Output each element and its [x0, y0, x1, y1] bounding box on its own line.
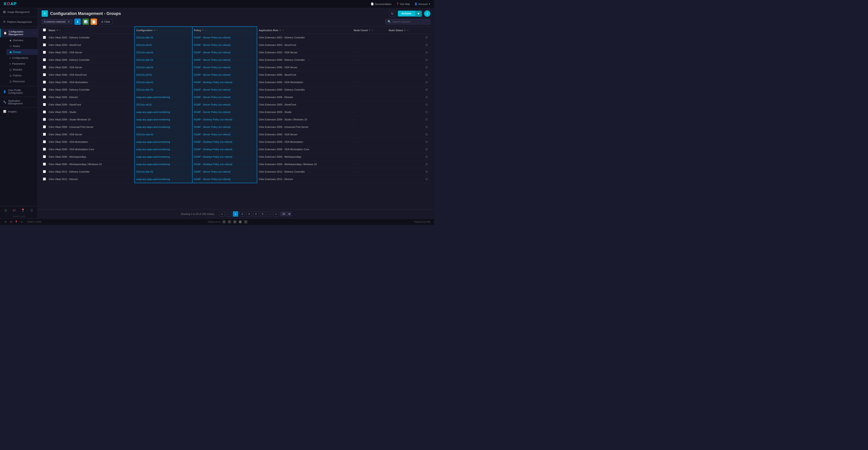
page-3-button[interactable]: 3	[246, 211, 252, 217]
page-first-button[interactable]: «	[219, 211, 225, 217]
config-link-2[interactable]: 2012ctx-vda-01	[136, 51, 153, 54]
actions-button[interactable]: Actions	[398, 11, 415, 17]
policy-link-13[interactable]: XOAP - Server Policy (no reboot)	[194, 133, 230, 136]
row-gear-button-13[interactable]: ⚙	[424, 132, 429, 137]
row-checkbox-9[interactable]	[43, 103, 46, 106]
row-checkbox-4[interactable]	[43, 66, 46, 69]
search-input[interactable]	[393, 20, 424, 23]
sort-name-icon[interactable]: ⇅	[56, 29, 58, 31]
filter-nodestatus-icon[interactable]: ▼	[407, 29, 409, 31]
filter-approle-icon[interactable]: ▼	[282, 29, 284, 31]
account-link[interactable]: 👤 Account ▼	[414, 2, 430, 5]
policy-link-1[interactable]: XOAP - Server Policy (no reboot)	[194, 43, 230, 46]
clear-button[interactable]: ⊘ Clear	[99, 19, 113, 24]
map-footer-icon[interactable]: 📍	[14, 220, 18, 224]
policy-link-10[interactable]: XOAP - Server Policy (no reboot)	[194, 111, 230, 114]
page-4-button[interactable]: 4	[253, 211, 258, 217]
page-prev-button[interactable]: ‹	[226, 211, 231, 217]
sidebar-item-resources[interactable]: ◫ Resources	[6, 78, 38, 84]
row-checkbox-15[interactable]	[43, 148, 46, 151]
row-gear-button-7[interactable]: ⚙	[424, 88, 429, 92]
config-link-19[interactable]: xoap-any-apps-and-monitoring	[136, 178, 170, 181]
config-link-16[interactable]: xoap-any-apps-and-monitoring	[136, 155, 170, 158]
per-page-select[interactable]: 20 50 100	[280, 212, 291, 216]
export-excel-button[interactable]: 📊	[83, 19, 89, 25]
facebook-icon[interactable]: f	[222, 220, 226, 224]
row-checkbox-3[interactable]	[43, 58, 46, 61]
documentation-link[interactable]: 📄 Documentation	[371, 2, 392, 5]
actions-chevron-button[interactable]: ▼	[415, 11, 422, 17]
select-all-checkbox[interactable]	[43, 29, 46, 31]
sidebar-item-configuration-management[interactable]: 📋 Configuration Management ∨	[0, 29, 38, 37]
row-gear-button-12[interactable]: ⚙	[424, 125, 429, 129]
policy-link-11[interactable]: XOAP - Desktop Policy (no reboot)	[194, 118, 232, 121]
row-gear-button-1[interactable]: ⚙	[424, 43, 429, 47]
config-link-0[interactable]: 2012ctx-ddc-01	[136, 36, 153, 39]
page-1-button[interactable]: 1	[233, 211, 238, 217]
tag-footer-icon[interactable]: 🏷	[9, 220, 13, 224]
sort-nodestatus-icon[interactable]: ⇅	[404, 29, 406, 31]
row-gear-button-10[interactable]: ⚙	[424, 110, 429, 114]
row-gear-button-15[interactable]: ⚙	[424, 147, 429, 152]
row-checkbox-8[interactable]	[43, 96, 46, 98]
sidebar-item-parameters[interactable]: ≡ Parameters	[6, 61, 38, 67]
linkedin-icon[interactable]: in	[233, 220, 237, 224]
row-gear-button-3[interactable]: ⚙	[424, 58, 429, 62]
map-icon[interactable]: 📍	[21, 208, 25, 212]
row-gear-button-16[interactable]: ⚙	[424, 155, 429, 159]
config-link-13[interactable]: 2012ctx-vda-01	[136, 133, 153, 136]
row-checkbox-13[interactable]	[43, 133, 46, 136]
row-checkbox-6[interactable]	[43, 81, 46, 84]
list-footer-icon[interactable]: ☰	[20, 220, 24, 224]
sidebar-item-image-management[interactable]: 🖼 Image Management ›	[0, 9, 38, 15]
policy-link-6[interactable]: XOAP - Desktop Policy (no reboot)	[194, 81, 232, 84]
row-checkbox-12[interactable]	[43, 125, 46, 128]
config-link-15[interactable]: xoap-any-apps-and-monitoring	[136, 148, 170, 151]
sidebar-item-overview[interactable]: ◉ Overview	[6, 37, 38, 43]
sort-config-icon[interactable]: ⇅	[153, 29, 155, 31]
row-gear-button-6[interactable]: ⚙	[424, 80, 429, 85]
sidebar-item-modules[interactable]: ◫ Modules	[6, 67, 38, 72]
policy-link-8[interactable]: XOAP - Server Policy (no reboot)	[194, 96, 230, 98]
sidebar-item-insights[interactable]: 📊 Insights ›	[0, 108, 38, 115]
policy-link-19[interactable]: XOAP - Server Policy (no reboot)	[194, 178, 230, 181]
config-link-3[interactable]: 2012ctx-ddc-01	[136, 59, 153, 61]
config-link-1[interactable]: 2012ctx-stf-01	[136, 43, 152, 46]
github-icon[interactable]: ⌂	[244, 220, 248, 224]
export-pdf-button[interactable]: 📄	[91, 19, 97, 25]
policy-link-7[interactable]: XOAP - Server Policy (no reboot)	[194, 88, 230, 91]
config-link-10[interactable]: xoap-any-apps-and-monitoring	[136, 111, 170, 114]
filter-nodecount-icon[interactable]: ▼	[371, 29, 373, 31]
config-link-4[interactable]: 2012ctx-vda-01	[136, 66, 153, 69]
policy-link-3[interactable]: XOAP - Server Policy (no reboot)	[194, 59, 230, 61]
row-checkbox-16[interactable]	[43, 155, 46, 158]
row-gear-button-19[interactable]: ⚙	[424, 177, 429, 182]
row-gear-button-4[interactable]: ⚙	[424, 65, 429, 70]
row-gear-button-17[interactable]: ⚙	[424, 162, 429, 166]
tag-icon[interactable]: 🏷	[13, 208, 16, 212]
policy-link-0[interactable]: XOAP - Server Policy (no reboot)	[194, 36, 230, 39]
page-last-button[interactable]: »	[274, 211, 279, 217]
filter-config-icon[interactable]: ▼	[156, 29, 158, 31]
config-link-14[interactable]: xoap-any-apps-and-monitoring	[136, 140, 170, 143]
user-avatar[interactable]: i	[424, 10, 430, 17]
sidebar-item-nodes[interactable]: ⬡ Nodes	[6, 43, 38, 49]
row-gear-button-11[interactable]: ⚙	[424, 117, 429, 122]
policy-link-5[interactable]: XOAP - Server Policy (no reboot)	[194, 73, 230, 76]
policy-link-18[interactable]: XOAP - Server Policy (no reboot)	[194, 170, 230, 173]
config-link-9[interactable]: 2012ctx-stf-01	[136, 103, 152, 106]
grid-footer-icon[interactable]: ⊞	[4, 220, 7, 224]
youtube-icon[interactable]: ▶	[239, 220, 242, 224]
page-2-button[interactable]: 2	[240, 211, 245, 217]
row-gear-button-8[interactable]: ⚙	[424, 95, 429, 99]
row-checkbox-5[interactable]	[43, 73, 46, 76]
sort-policy-icon[interactable]: ⇅	[202, 29, 204, 31]
config-link-5[interactable]: 2012ctx-stf-01	[136, 73, 152, 76]
sort-nodecount-icon[interactable]: ⇅	[369, 29, 370, 31]
config-link-11[interactable]: xoap-any-apps-and-monitoring	[136, 118, 170, 121]
config-link-18[interactable]: 2012ctx-ddc-01	[136, 170, 153, 173]
policy-link-12[interactable]: XOAP - Server Policy (no reboot)	[194, 126, 230, 128]
policy-link-16[interactable]: XOAP - Desktop Policy (no reboot)	[194, 155, 232, 158]
row-checkbox-1[interactable]	[43, 43, 46, 46]
config-link-6[interactable]: 2012ctx-vda-01	[136, 81, 153, 84]
